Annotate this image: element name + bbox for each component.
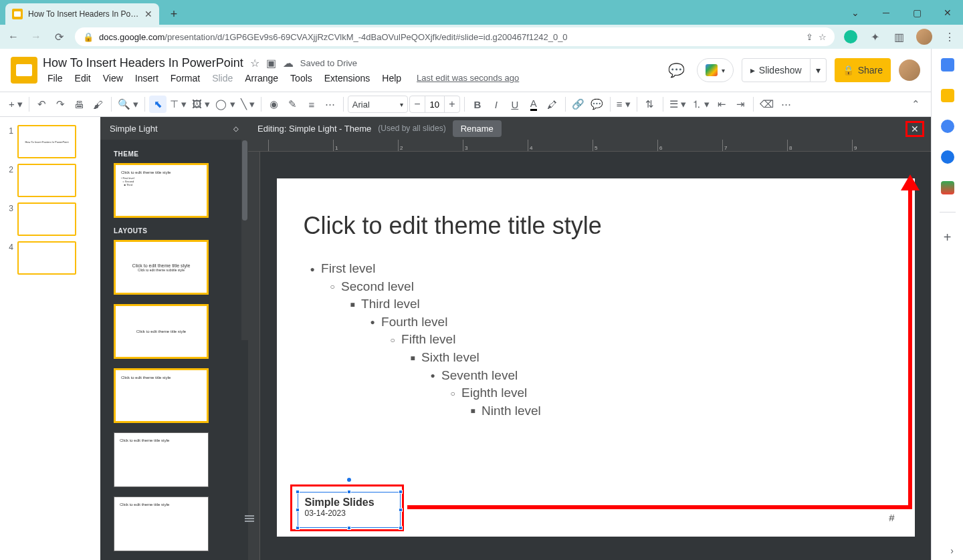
horizontal-ruler[interactable]: 1 2 3 4 5 6 7 8 9 [248, 140, 931, 152]
paint-format-button[interactable]: 🖌 [90, 96, 107, 113]
resize-handle[interactable] [296, 490, 300, 494]
account-avatar[interactable] [899, 59, 920, 81]
link-button[interactable]: 🔗 [570, 96, 587, 113]
menu-format[interactable]: Format [166, 72, 205, 85]
more-button[interactable]: ⋯ [777, 96, 794, 113]
slideshow-button[interactable]: ▸ Slideshow [742, 58, 811, 82]
tab-close-icon[interactable]: ✕ [144, 9, 152, 19]
resize-handle[interactable] [399, 490, 403, 494]
page-number-placeholder[interactable]: # [889, 512, 894, 523]
font-size-decrease[interactable]: − [410, 98, 425, 110]
menu-view[interactable]: View [98, 72, 128, 85]
keep-app-icon[interactable] [941, 89, 954, 102]
theme-master-thumb[interactable]: Click to edit theme title style • First … [114, 163, 209, 218]
border-color-button[interactable]: ✎ [284, 96, 302, 113]
comment-button[interactable]: 💬 [588, 96, 606, 113]
rename-button[interactable]: Rename [453, 120, 502, 137]
dropdown-icon[interactable]: ◇ [233, 125, 239, 132]
footer-name[interactable]: Simple Slides [305, 497, 393, 509]
underline-button[interactable]: U [506, 96, 524, 113]
comments-button[interactable]: 💬 [665, 58, 689, 82]
slide-thumbnail-4[interactable] [17, 241, 76, 275]
font-size-increase[interactable]: + [445, 98, 459, 110]
footer-textbox[interactable]: Simple Slides 03-14-2023 [298, 492, 401, 528]
align-button[interactable]: ≡ ▾ [615, 96, 633, 113]
menu-tools[interactable]: Tools [286, 72, 317, 85]
theme-title-placeholder[interactable]: Click to edit theme title style [304, 212, 888, 240]
minimize-button[interactable]: ─ [871, 0, 901, 25]
slides-logo[interactable] [11, 57, 37, 84]
share-url-icon[interactable]: ⇪ [806, 32, 813, 42]
text-color-button[interactable]: A [525, 96, 542, 113]
collapse-toolbar-button[interactable]: ⌃ [907, 96, 924, 113]
menu-extensions[interactable]: Extensions [320, 72, 374, 85]
slideshow-dropdown[interactable]: ▾ [811, 58, 827, 82]
line-tool[interactable]: ╲ ▾ [239, 96, 257, 113]
profile-avatar[interactable] [916, 29, 932, 45]
undo-button[interactable]: ↶ [33, 96, 51, 113]
resize-handle[interactable] [347, 526, 351, 530]
hide-sidepanel-button[interactable]: › [950, 545, 954, 556]
fill-color-button[interactable]: ◉ [265, 96, 283, 113]
vertical-ruler[interactable] [248, 152, 260, 560]
highlight-button[interactable]: 🖍 [544, 96, 561, 113]
slide-thumbnail-3[interactable] [17, 202, 76, 236]
shape-tool[interactable]: ◯ ▾ [213, 96, 237, 113]
border-dash-button[interactable]: ⋯ [322, 96, 339, 113]
maps-app-icon[interactable] [941, 181, 954, 194]
theme-panel-header[interactable]: Simple Light ◇ [100, 117, 248, 140]
font-family-select[interactable]: Arial▾ [348, 96, 408, 113]
document-title[interactable]: How To Insert Headers In PowerPoint [43, 56, 243, 70]
speaker-notes-drag-handle[interactable] [245, 511, 254, 527]
font-size-value[interactable]: 10 [425, 96, 445, 112]
calendar-app-icon[interactable] [941, 58, 954, 72]
maximize-button[interactable]: ▢ [901, 0, 932, 25]
number-list-button[interactable]: ⒈ ▾ [689, 96, 712, 113]
add-app-button[interactable]: + [944, 230, 952, 245]
move-icon[interactable]: ▣ [266, 57, 276, 69]
print-button[interactable]: 🖶 [71, 96, 88, 113]
zoom-button[interactable]: 🔍 ▾ [116, 96, 140, 113]
close-window-button[interactable]: ✕ [932, 0, 963, 25]
theme-body-placeholder[interactable]: First level Second level Third level Fou… [304, 260, 888, 420]
slide-thumbnail-1[interactable]: How To Insert Footers In PowerPoint [17, 125, 76, 158]
last-edit-link[interactable]: Last edit was seconds ago [417, 73, 519, 83]
sidepanel-icon[interactable]: ▥ [892, 30, 905, 43]
contacts-app-icon[interactable] [941, 150, 954, 164]
new-slide-button[interactable]: + ▾ [7, 96, 25, 113]
share-button[interactable]: 🔒 Share [835, 58, 891, 82]
bold-button[interactable]: B [469, 96, 486, 113]
layout-thumb[interactable]: Click to edit theme title style [114, 304, 209, 359]
select-tool[interactable]: ⬉ [149, 96, 167, 113]
close-theme-editor-button[interactable]: ✕ [905, 121, 924, 137]
dropdown-icon[interactable]: ⌄ [840, 0, 871, 25]
menu-edit[interactable]: Edit [70, 72, 96, 85]
layout-thumb[interactable]: Click to edit theme title style Click to… [114, 240, 209, 295]
panel-scrollbar[interactable] [241, 140, 248, 340]
rotate-handle[interactable] [347, 478, 351, 482]
border-weight-button[interactable]: ≡ [303, 96, 320, 113]
line-spacing-button[interactable]: ⇅ [641, 96, 659, 113]
clear-format-button[interactable]: ⌫ [758, 96, 776, 113]
menu-help[interactable]: Help [377, 72, 406, 85]
forward-button[interactable]: → [29, 30, 43, 43]
indent-decrease-button[interactable]: ⇤ [713, 96, 730, 113]
star-icon[interactable]: ☆ [250, 57, 259, 69]
reload-button[interactable]: ⟳ [52, 30, 66, 43]
italic-button[interactable]: I [488, 96, 505, 113]
resize-handle[interactable] [296, 526, 300, 530]
new-tab-button[interactable]: + [165, 5, 183, 23]
resize-handle[interactable] [399, 508, 403, 512]
meet-button[interactable]: ▾ [697, 58, 734, 82]
slide-canvas[interactable]: Click to edit theme title style First le… [277, 178, 915, 537]
bullet-list-button[interactable]: ☰ ▾ [667, 96, 688, 113]
resize-handle[interactable] [296, 508, 300, 512]
textbox-tool[interactable]: ⊤ ▾ [168, 96, 189, 113]
bookmark-icon[interactable]: ☆ [819, 32, 827, 42]
browser-tab[interactable]: How To Insert Headers In PowerP ✕ [5, 3, 159, 25]
grammarly-icon[interactable] [844, 30, 857, 43]
menu-insert[interactable]: Insert [130, 72, 163, 85]
url-bar[interactable]: 🔒 docs.google.com/presentation/d/1GP6GEv… [75, 27, 835, 46]
layout-thumb[interactable]: Click to edit theme title style [114, 497, 209, 551]
cloud-icon[interactable]: ☁ [283, 57, 294, 69]
